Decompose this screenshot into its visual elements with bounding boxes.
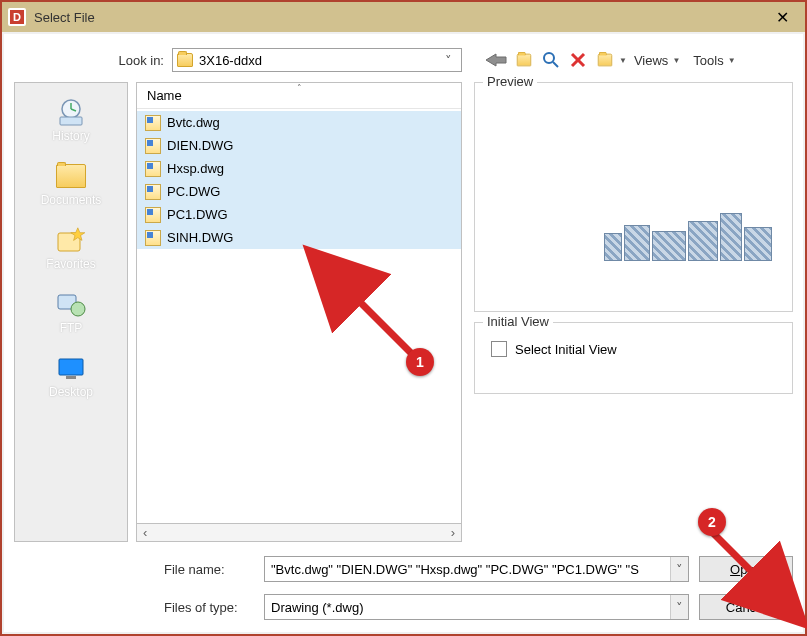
svg-point-12 [71, 302, 85, 316]
filetype-label: Files of type: [14, 600, 254, 615]
app-icon: D [8, 8, 26, 26]
window-title: Select File [34, 10, 759, 25]
places-desktop[interactable]: Desktop [15, 345, 127, 407]
new-folder-button[interactable] [592, 48, 618, 72]
new-folder-drop-icon[interactable]: ▼ [619, 56, 627, 65]
lookin-row: Look in: 3X16-ddxd ˅ [4, 34, 803, 82]
places-favorites[interactable]: Favorites [15, 217, 127, 279]
history-icon [15, 95, 127, 129]
filename-field[interactable]: "Bvtc.dwg" "DIEN.DWG" "Hxsp.dwg" "PC.DWG… [264, 556, 689, 582]
body-row: History Documents Favorites FTP Desktop [4, 82, 803, 542]
filetype-row: Files of type: Drawing (*.dwg) ˅ Cancel [14, 594, 793, 620]
cancel-button[interactable]: Cancel [699, 594, 793, 620]
svg-rect-14 [66, 376, 76, 379]
content-area: Look in: 3X16-ddxd ˅ [4, 34, 803, 632]
search-web-button[interactable] [538, 48, 564, 72]
desktop-icon [15, 351, 127, 385]
close-icon: ✕ [776, 8, 789, 27]
chevron-down-icon[interactable]: ˅ [670, 595, 688, 619]
list-item[interactable]: PC1.DWG [137, 203, 461, 226]
folder-up-icon [517, 54, 531, 67]
list-item[interactable]: SINH.DWG [137, 226, 461, 249]
filelist-wrap: ˄ Name Bvtc.dwg DIEN.DWG Hxsp.dwg PC.DWG… [136, 82, 462, 542]
tools-menu[interactable]: Tools▼ [687, 53, 741, 68]
bottom-rows: File name: "Bvtc.dwg" "DIEN.DWG" "Hxsp.d… [14, 556, 793, 620]
favorites-icon [15, 223, 127, 257]
dwg-file-icon [145, 161, 161, 177]
column-header-name[interactable]: ˄ Name [137, 83, 461, 109]
toolbar: ▼ Views▼ Tools▼ [484, 48, 742, 72]
places-documents[interactable]: Documents [15, 153, 127, 215]
select-file-dialog: D Select File ✕ Look in: 3X16-ddxd ˅ [0, 0, 807, 636]
preview-thumbnail [604, 213, 772, 261]
preview-group: Preview [474, 82, 793, 312]
filetype-field[interactable]: Drawing (*.dwg) ˅ [264, 594, 689, 620]
folder-new-icon [598, 54, 612, 67]
filetype-value: Drawing (*.dwg) [271, 600, 363, 615]
dwg-file-icon [145, 207, 161, 223]
scroll-left-icon[interactable]: ‹ [143, 525, 147, 540]
ftp-icon [15, 287, 127, 321]
folder-icon [177, 53, 193, 67]
up-one-level-button[interactable] [511, 48, 537, 72]
horizontal-scrollbar[interactable]: ‹ › [136, 524, 462, 542]
close-button[interactable]: ✕ [759, 2, 805, 32]
filename-label: File name: [14, 562, 254, 577]
chevron-down-icon: ▼ [728, 56, 736, 65]
list-item[interactable]: PC.DWG [137, 180, 461, 203]
initial-view-group: Initial View Select Initial View [474, 322, 793, 394]
dwg-file-icon [145, 230, 161, 246]
svg-marker-0 [486, 54, 506, 66]
file-list[interactable]: ˄ Name Bvtc.dwg DIEN.DWG Hxsp.dwg PC.DWG… [136, 82, 462, 524]
svg-rect-13 [59, 359, 83, 375]
dwg-file-icon [145, 115, 161, 131]
list-item[interactable]: DIEN.DWG [137, 134, 461, 157]
initial-view-legend: Initial View [483, 314, 553, 329]
chevron-down-icon[interactable]: ˅ [439, 53, 457, 68]
titlebar: D Select File ✕ [2, 2, 805, 32]
places-history[interactable]: History [15, 89, 127, 151]
svg-line-2 [553, 62, 558, 67]
chevron-down-icon[interactable]: ˅ [670, 557, 688, 581]
list-item[interactable]: Hxsp.dwg [137, 157, 461, 180]
documents-icon [15, 159, 127, 193]
filename-row: File name: "Bvtc.dwg" "DIEN.DWG" "Hxsp.d… [14, 556, 793, 582]
checkbox-icon [491, 341, 507, 357]
filename-value: "Bvtc.dwg" "DIEN.DWG" "Hxsp.dwg" "PC.DWG… [271, 562, 639, 577]
sort-asc-icon: ˄ [297, 83, 302, 93]
places-bar: History Documents Favorites FTP Desktop [14, 82, 128, 542]
open-button[interactable]: Open [699, 556, 793, 582]
back-button[interactable] [484, 48, 510, 72]
svg-point-1 [544, 53, 554, 63]
delete-button[interactable] [565, 48, 591, 72]
chevron-down-icon: ▼ [672, 56, 680, 65]
preview-canvas [485, 91, 782, 301]
scroll-right-icon[interactable]: › [451, 525, 455, 540]
lookin-value: 3X16-ddxd [199, 53, 262, 68]
dwg-file-icon [145, 138, 161, 154]
views-menu[interactable]: Views▼ [628, 53, 686, 68]
right-panel: Preview Initial View [470, 82, 793, 542]
dwg-file-icon [145, 184, 161, 200]
list-item[interactable]: Bvtc.dwg [137, 111, 461, 134]
preview-legend: Preview [483, 74, 537, 89]
select-initial-view-checkbox[interactable]: Select Initial View [491, 341, 617, 357]
lookin-combo[interactable]: 3X16-ddxd ˅ [172, 48, 462, 72]
lookin-label: Look in: [14, 53, 164, 68]
file-rows: Bvtc.dwg DIEN.DWG Hxsp.dwg PC.DWG PC1.DW… [137, 109, 461, 249]
places-ftp[interactable]: FTP [15, 281, 127, 343]
svg-rect-8 [60, 117, 82, 125]
